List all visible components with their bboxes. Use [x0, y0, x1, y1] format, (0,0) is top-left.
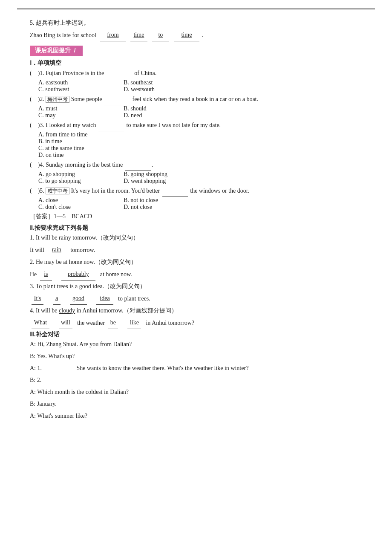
q4-choices: A. go shopping B. going shopping: [38, 171, 375, 178]
q2-blank: [104, 93, 130, 105]
q1-choice-c: C. southwest: [38, 86, 124, 93]
q4-choices2: C. to go shopping D. went shopping: [38, 178, 375, 185]
q3-text: ( )3. I looked at my watch to make sure …: [30, 119, 375, 131]
q2-choices: A. must B. should: [38, 105, 375, 112]
q2-tag: 梅州中考: [46, 96, 69, 103]
p2q4-text: 4. It will be cloudy in Anhui tomorrow.（…: [30, 305, 375, 317]
q1-blank: [107, 67, 132, 79]
q5-text: ( )5. 咸宁中考 It's very hot in the room. Yo…: [30, 185, 375, 197]
q1-choices2: C. southwest D. westsouth: [38, 86, 375, 93]
p2q3-blank3: good: [70, 292, 87, 305]
exercise-5-blank2: to: [152, 29, 169, 41]
part2: Ⅱ.按要求完成下列各题 1. It will be rainy tomorrow…: [17, 224, 375, 329]
dialogue-b2: B: 2.: [30, 374, 375, 386]
part3: Ⅲ.补全对话 A: Hi, Zhang Shuai. Are you from …: [17, 331, 375, 422]
p2q4-blank1: What: [32, 317, 49, 329]
exercise-5-chinese: 5. 赵兵有时上学迟到。: [30, 17, 375, 29]
exercise-5-blank1: from: [100, 29, 126, 41]
dialogue-b3: B: January.: [30, 398, 375, 410]
q5-choices2: C. don't close D. not close: [38, 204, 375, 211]
dialogue-a2: A: 1. She wants to know the weather ther…: [30, 362, 375, 374]
q1-choice-b: B. southeast: [124, 79, 153, 86]
part1-answer: ［答案］1—5 BCACD: [30, 211, 375, 223]
p2q2-text: 2. He may be at home now.（改为同义句）: [30, 256, 375, 268]
dialogue-a3: A: Which month is the coldest in Dalian?: [30, 386, 375, 398]
exercise-5: 5. 赵兵有时上学迟到。 Zhao Bing is late for schoo…: [17, 17, 375, 41]
dialogue-a1: A: Hi, Zhang Shuai. Are you from Dalian?: [30, 338, 375, 350]
exercise-5-prefix: Zhao Bing is late for school: [30, 32, 96, 38]
q5-number: ( )5.: [30, 188, 44, 194]
p2q4-underlined: cloudy: [59, 307, 75, 314]
q5-choice-c: C. don't close: [38, 204, 124, 211]
q2-choice-d: D. need: [124, 112, 142, 119]
q5-blank: [162, 185, 188, 197]
p2q4-answer: What will the weather be like in Anhui t…: [30, 317, 375, 329]
p2q4-blank4: like: [127, 317, 141, 329]
q5-choice-b: B. not to close: [124, 197, 158, 204]
section-title-text: 课后巩固提升: [35, 47, 71, 54]
p2q3-blank4: idea: [96, 292, 113, 305]
p2q1-text: 1. It will be rainy tomorrow.（改为同义句）: [30, 232, 375, 244]
exercise-5-blank3: time: [174, 29, 199, 41]
q4-choice-a: A. go shopping: [38, 171, 124, 178]
q5-choices: A. close B. not to close: [38, 197, 375, 204]
q1-choice-a: A. eastsouth: [38, 79, 124, 86]
q1-number: ( )1.: [30, 70, 44, 76]
q3-blank: [98, 119, 124, 131]
q2-text: ( )2. 梅州中考 Some people feel sick when th…: [30, 93, 375, 105]
p2q3-answer: It's a good idea to plant trees.: [30, 292, 375, 305]
exercise-5-english: Zhao Bing is late for school from time t…: [30, 29, 375, 41]
q3-choice-a: A. from time to time: [38, 131, 375, 138]
q1-choice-d: D. westsouth: [124, 86, 155, 93]
q4-choice-c: C. to go shopping: [38, 178, 124, 185]
q4-number: ( )4.: [30, 162, 44, 168]
q2-choices2: C. may D. need: [38, 112, 375, 119]
q3-number: ( )3.: [30, 122, 44, 128]
dialogue-a4: A: What's summer like?: [30, 410, 375, 422]
q1-text: ( )1. Fujian Province is in the of China…: [30, 67, 375, 79]
part1-label: Ⅰ．单项填空: [30, 59, 375, 67]
q2-number: ( )2.: [30, 96, 44, 102]
q3-choice-b: B. in time: [38, 138, 375, 145]
p2q3-blank2: a: [53, 292, 61, 305]
p2q1-answer: It willrain tomorrow.: [30, 244, 375, 256]
dialogue-b1: B: Yes. What's up?: [30, 350, 375, 362]
top-divider: [17, 9, 375, 9]
p2q4-blank2: will: [59, 317, 72, 329]
q1-choices: A. eastsouth B. southeast: [38, 79, 375, 86]
section-title-bar: 课后巩固提升 /: [30, 46, 375, 56]
q4-blank: [125, 159, 151, 171]
part3-label: Ⅲ.补全对话: [30, 331, 375, 338]
q2-choice-b: B. should: [124, 105, 147, 112]
q4-choice-b: B. going shopping: [124, 171, 167, 178]
q2-choice-a: A. must: [38, 105, 124, 112]
p2q3-blank1: It's: [32, 292, 43, 305]
q3-choice-d: D. on time: [38, 152, 375, 159]
q5-choice-a: A. close: [38, 197, 124, 204]
p2q4-blank3: be: [108, 317, 118, 329]
q3-choice-c: C. at the same time: [38, 145, 375, 152]
q5-choice-d: D. not close: [124, 204, 152, 211]
p2q2-answer: He is probably at home now.: [30, 268, 375, 280]
p2q2-blank2: probably: [61, 268, 95, 280]
p2q3-text: 3. To plant trees is a good idea.（改为同义句）: [30, 280, 375, 292]
exercise-5-end: .: [202, 32, 203, 38]
q4-choice-d: D. went shopping: [124, 178, 166, 185]
p2q1-blank1: rain: [46, 244, 67, 256]
p2q2-blank1: is: [40, 268, 52, 280]
part2-label: Ⅱ.按要求完成下列各题: [30, 224, 375, 232]
q4-text: ( )4. Sunday morning is the best time .: [30, 159, 375, 171]
q2-choice-c: C. may: [38, 112, 124, 119]
part1: Ⅰ．单项填空 ( )1. Fujian Province is in the o…: [17, 59, 375, 223]
exercise-5-mid1: time: [130, 29, 147, 41]
exercise-5-chinese-text: 5. 赵兵有时上学迟到。: [30, 20, 89, 26]
q5-tag: 咸宁中考: [46, 188, 69, 194]
